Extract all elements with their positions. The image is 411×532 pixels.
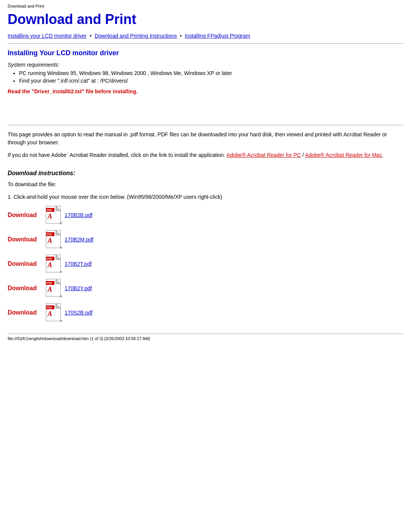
svg-text:A: A bbox=[47, 286, 52, 293]
svg-text:PDF: PDF bbox=[47, 209, 53, 211]
download-row: Download PDF A 170S2B.pdf bbox=[8, 303, 403, 322]
download-label: Download bbox=[8, 236, 46, 243]
requirements-list: PC running Windows 95, Windows 98, Windo… bbox=[19, 70, 403, 84]
svg-text:A: A bbox=[47, 237, 52, 244]
spacer bbox=[8, 98, 403, 121]
svg-text:A: A bbox=[47, 212, 52, 220]
pdf-download-link[interactable]: 170B2M.pdf bbox=[65, 236, 94, 243]
warning-text: Read the "Driver_install02.txt" file bef… bbox=[8, 88, 403, 94]
pdf-download-link[interactable]: 170B2B.pdf bbox=[65, 212, 92, 218]
download-row: Download PDF A 170B2B.pdf bbox=[8, 206, 403, 225]
download-step1: 1. Click-and-hold your mouse over the ic… bbox=[8, 193, 403, 201]
svg-text:A: A bbox=[47, 310, 52, 318]
pdf-icon: PDF A bbox=[46, 230, 62, 249]
pdf-icon: PDF A bbox=[46, 254, 62, 273]
footer-bar: file:///D|/K1/english/download/download.… bbox=[8, 334, 403, 341]
breadcrumb-link-lcd-driver[interactable]: Installing your LCD monitor driver bbox=[8, 33, 87, 39]
list-item: Find your driver ".inf/.icm/.cat" at : /… bbox=[19, 78, 403, 84]
pdf-download-link[interactable]: 170B2Y.pdf bbox=[65, 285, 92, 291]
pdf-download-link[interactable]: 170B2T.pdf bbox=[65, 261, 92, 267]
browser-tab: Download and Print bbox=[8, 4, 403, 8]
pdf-icon: PDF A bbox=[46, 303, 62, 322]
svg-text:A: A bbox=[47, 261, 52, 269]
breadcrumb-link-fpadjust[interactable]: Installing FPadjust Program bbox=[185, 33, 250, 39]
download-list: Download PDF A 170B2B.pdf Download bbox=[8, 206, 403, 322]
divider-top bbox=[8, 43, 403, 44]
download-row: Download PDF A 170B2T.pdf bbox=[8, 254, 403, 273]
svg-text:PDF: PDF bbox=[47, 282, 53, 284]
download-row: Download PDF A 170B2Y.pdf bbox=[8, 279, 403, 298]
pdf-icon: PDF A bbox=[46, 279, 62, 298]
divider-middle bbox=[8, 125, 403, 125]
svg-text:PDF: PDF bbox=[47, 306, 53, 309]
breadcrumb-link-download-print[interactable]: Download and Printing Instructions bbox=[94, 33, 177, 39]
svg-text:PDF: PDF bbox=[47, 233, 53, 236]
download-label: Download bbox=[8, 285, 46, 292]
download-intro-text: To download the file: bbox=[8, 181, 403, 189]
page-title: Download and Print bbox=[8, 11, 403, 27]
intro-paragraph-1: This page provides an option to read the… bbox=[8, 131, 403, 147]
lcd-section: Installing Your LCD monitor driver Syste… bbox=[8, 49, 403, 94]
download-instructions-heading: Download instructions: bbox=[8, 170, 403, 177]
list-item: PC running Windows 95, Windows 98, Windo… bbox=[19, 70, 403, 76]
pdf-download-link[interactable]: 170S2B.pdf bbox=[65, 310, 92, 316]
svg-text:PDF: PDF bbox=[47, 257, 53, 260]
pdf-icon: PDF A bbox=[46, 206, 62, 225]
download-row: Download PDF A 170B2M.pdf bbox=[8, 230, 403, 249]
acrobat-link-mac[interactable]: Adobe® Acrobat Reader for Mac bbox=[305, 152, 382, 158]
download-label: Download bbox=[8, 260, 46, 267]
download-label: Download bbox=[8, 212, 46, 219]
lcd-section-heading: Installing Your LCD monitor driver bbox=[8, 49, 403, 57]
system-req-label: System requirements: bbox=[8, 62, 403, 68]
intro-paragraph-2: If you do not have Adobe¨ Acrobat Reader… bbox=[8, 151, 403, 159]
download-label: Download bbox=[8, 309, 46, 316]
acrobat-link-pc[interactable]: Adobe® Acrobat Reader for PC bbox=[226, 152, 301, 158]
breadcrumb: Installing your LCD monitor driver • Dow… bbox=[8, 33, 403, 39]
